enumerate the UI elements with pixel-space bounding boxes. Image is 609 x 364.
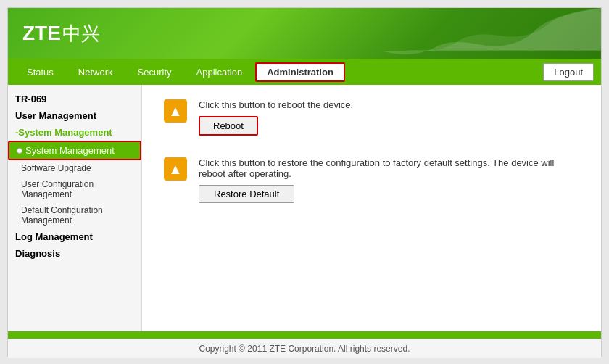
sidebar-item-tr069[interactable]: TR-069 bbox=[8, 91, 141, 107]
restore-section: ▲ Click this button to restore the confi… bbox=[164, 157, 579, 203]
main-content: TR-069 User Management -System Managemen… bbox=[8, 85, 601, 331]
tab-network[interactable]: Network bbox=[67, 62, 125, 82]
reboot-description: Click this button to reboot the device. bbox=[199, 99, 353, 110]
page-content: ▲ Click this button to reboot the device… bbox=[142, 85, 601, 331]
reboot-section: ▲ Click this button to reboot the device… bbox=[164, 99, 579, 136]
nav-tabs: Status Network Security Application Admi… bbox=[15, 62, 345, 82]
reboot-content: Click this button to reboot the device. … bbox=[199, 99, 353, 136]
logo-chinese: 中兴 bbox=[62, 21, 100, 46]
footer-copyright: Copyright © 2011 ZTE Corporation. All ri… bbox=[8, 339, 601, 358]
restore-default-button[interactable]: Restore Default bbox=[199, 185, 294, 203]
sidebar-item-system-management-header[interactable]: -System Management bbox=[8, 124, 141, 141]
footer-bar bbox=[8, 331, 601, 339]
restore-content: Click this button to restore the configu… bbox=[199, 157, 579, 203]
restore-description: Click this button to restore the configu… bbox=[199, 157, 579, 179]
tab-security[interactable]: Security bbox=[126, 62, 183, 82]
logout-button[interactable]: Logout bbox=[543, 63, 594, 81]
reboot-button-wrap: Reboot bbox=[199, 116, 353, 136]
sidebar-item-user-management[interactable]: User Management bbox=[8, 107, 141, 124]
logo-zte: ZTE bbox=[22, 22, 61, 45]
tab-application[interactable]: Application bbox=[185, 62, 254, 82]
warning-icon-reboot: ▲ bbox=[164, 99, 187, 123]
sidebar-item-diagnosis[interactable]: Diagnosis bbox=[8, 245, 141, 262]
header-decoration bbox=[347, 8, 601, 59]
header: ZTE 中兴 bbox=[8, 8, 601, 59]
reboot-button[interactable]: Reboot bbox=[199, 116, 258, 136]
sidebar-item-software-upgrade[interactable]: Software Upgrade bbox=[8, 160, 141, 176]
tab-status[interactable]: Status bbox=[15, 62, 65, 82]
sidebar-item-user-config[interactable]: User ConfigurationManagement bbox=[8, 176, 141, 202]
warning-icon-restore: ▲ bbox=[164, 157, 187, 181]
navbar: Status Network Security Application Admi… bbox=[8, 59, 601, 85]
bullet-icon bbox=[17, 148, 22, 154]
sidebar: TR-069 User Management -System Managemen… bbox=[8, 85, 142, 331]
sidebar-item-log-management[interactable]: Log Management bbox=[8, 228, 141, 245]
sidebar-item-system-management[interactable]: System Management bbox=[8, 141, 141, 160]
tab-administration[interactable]: Administration bbox=[255, 62, 345, 82]
sidebar-item-default-config[interactable]: Default ConfigurationManagement bbox=[8, 202, 141, 228]
